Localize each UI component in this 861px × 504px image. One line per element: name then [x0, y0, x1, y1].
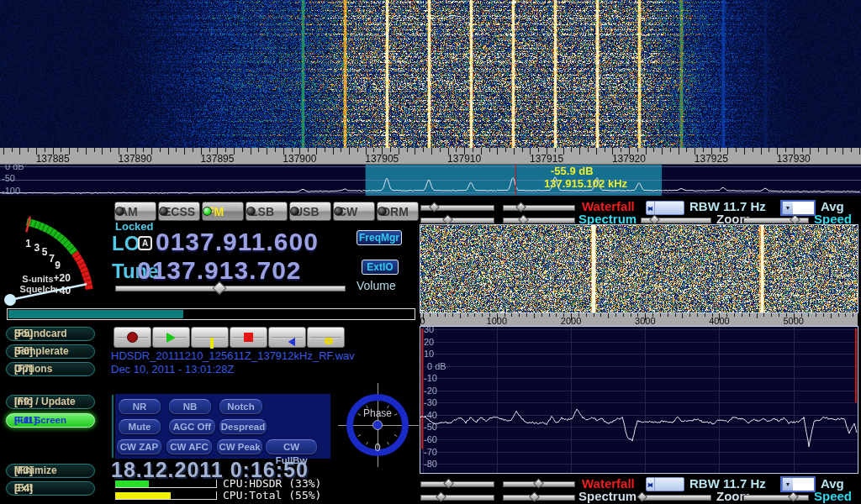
- mode-button-fm[interactable]: FM: [202, 202, 244, 221]
- mode-led-icon: [246, 207, 256, 216]
- main-frequency-ruler[interactable]: [0, 148, 861, 165]
- mode-button-drm[interactable]: DRM: [377, 202, 419, 221]
- cpu-hdsdr-label: CPU:HDSDR (33%): [223, 478, 321, 490]
- tune-frequency-display[interactable]: 0137.913.702: [137, 257, 302, 284]
- cw-peak-button[interactable]: CW Peak: [217, 439, 262, 454]
- rewind-button[interactable]: [268, 327, 306, 348]
- cpu-total-fill: [115, 492, 171, 499]
- lo-label: LO: [112, 232, 140, 255]
- mode-button-usb[interactable]: USB: [289, 202, 331, 221]
- db-label-50: -50: [2, 174, 15, 183]
- mute-button[interactable]: Mute: [119, 419, 161, 434]
- phase-zero-label: 0: [344, 441, 411, 454]
- speed-label-2: Speed: [814, 490, 852, 503]
- main-spectrum-strip[interactable]: 0 dB -50 -100 -55.9 dB 137.915.102 kHz: [0, 165, 861, 196]
- nr-button[interactable]: NR: [119, 399, 161, 414]
- mode-button-lsb[interactable]: LSB: [246, 202, 288, 221]
- spectrum-brightness-slider[interactable]: [503, 216, 575, 223]
- mode-led-icon: [378, 207, 387, 216]
- loop-button[interactable]: [307, 327, 345, 348]
- cursor-frequency-readout: 137.915.102 kHz: [544, 178, 627, 190]
- lo-frequency-display[interactable]: 0137.911.600: [156, 228, 319, 255]
- af-spectrum-display[interactable]: [420, 327, 858, 473]
- mode-led-icon: [159, 207, 168, 216]
- soundcard-button[interactable]: Soundcard[F5]: [6, 327, 95, 341]
- spectrum-label-2: Spectrum: [578, 490, 637, 503]
- stop-icon: [244, 333, 253, 342]
- main-waterfall-display[interactable]: [0, 0, 861, 148]
- af-waterfall-frame: [420, 224, 858, 313]
- cw-fullbw-button[interactable]: CW FullBw: [266, 439, 317, 454]
- zoom-slider-2[interactable]: [641, 493, 711, 501]
- volume-label: Volume: [357, 279, 396, 292]
- mode-led-icon: [334, 207, 343, 216]
- waterfall-brightness-slider[interactable]: [503, 203, 575, 211]
- phase-dial: [338, 376, 419, 470]
- af-spectrum-frame: [420, 326, 858, 474]
- cw-zap-button[interactable]: CW ZAP: [117, 439, 161, 454]
- cpu-hdsdr-bar: [115, 480, 217, 488]
- volume-slider[interactable]: [115, 284, 346, 292]
- extio-button[interactable]: ExtIO: [362, 260, 399, 275]
- main-spectrum-canvas[interactable]: [0, 165, 861, 196]
- play-icon: [166, 333, 176, 343]
- mode-button-cw[interactable]: CW: [333, 202, 375, 221]
- cpu-total-bar: [115, 491, 217, 500]
- cw-afc-button[interactable]: CW AFC: [166, 439, 212, 454]
- spectrum-contrast-slider[interactable]: [420, 216, 494, 223]
- options-button[interactable]: Options[F7]: [6, 362, 95, 376]
- record-icon: [127, 332, 138, 343]
- freqmgr-button[interactable]: FreqMgr: [357, 230, 402, 245]
- recording-filedate: Dec 10, 2011 - 13:01:28Z: [111, 364, 234, 375]
- s-units-label: S-units: [12, 274, 64, 284]
- auto-lo-badge[interactable]: A: [138, 236, 152, 250]
- zoom-slider[interactable]: [641, 216, 711, 223]
- cpu-total-label: CPU:Total (55%): [223, 490, 321, 501]
- recording-filename: HDSDR_20111210_125611Z_137912kHz_RF.wav: [111, 350, 355, 362]
- mode-led-icon: [115, 207, 124, 216]
- locked-label: Locked: [115, 220, 154, 233]
- cpu-hdsdr-fill: [115, 480, 149, 487]
- samplerate-button[interactable]: Samplerate[F6]: [6, 344, 95, 359]
- dropdown-arrow-icon: ▼: [782, 202, 793, 214]
- mode-button-am[interactable]: AM: [114, 202, 156, 221]
- db-label-0: 0 dB: [5, 165, 24, 171]
- fullscreen-button[interactable]: Full Screen[F11]: [6, 413, 95, 428]
- volume-slider-thumb[interactable]: [213, 281, 227, 296]
- waterfall-contrast-slider[interactable]: [420, 203, 494, 211]
- info-update-button[interactable]: Info / Update[F9]: [6, 395, 95, 409]
- spin-right-icon: ►: [647, 202, 654, 215]
- spin-right-icon: ►: [647, 478, 654, 491]
- notch-button[interactable]: Notch: [219, 399, 262, 414]
- dsp-panel-edge: [112, 395, 114, 458]
- minimize-button[interactable]: Minimize[F3]: [6, 464, 95, 478]
- rbw-spinner[interactable]: ◄►: [646, 201, 684, 215]
- mode-button-ecss[interactable]: ECSS: [158, 202, 200, 221]
- squelch-label: Squelch: [8, 284, 67, 294]
- signal-level-readout: -55.9 dB: [551, 165, 594, 177]
- rbw-spinner-2[interactable]: ◄►: [646, 477, 684, 491]
- phase-label: Phase: [344, 407, 411, 419]
- spectrum-brightness-slider-2[interactable]: [503, 493, 575, 501]
- speed-slider-2[interactable]: [743, 493, 809, 501]
- avg-dropdown-2[interactable]: 1▼: [780, 476, 816, 492]
- pause-button[interactable]: [191, 327, 229, 348]
- dropdown-arrow-icon: ▼: [782, 478, 793, 491]
- audio-level-meter: [7, 308, 415, 320]
- play-button[interactable]: [152, 327, 190, 348]
- avg-dropdown[interactable]: 1▼: [780, 200, 816, 216]
- speed-slider[interactable]: [743, 216, 809, 223]
- exit-button[interactable]: Exit[F4]: [6, 481, 95, 496]
- mode-led-icon: [290, 207, 299, 216]
- af-frequency-ruler[interactable]: [420, 313, 858, 326]
- stop-button[interactable]: [230, 327, 267, 348]
- record-button[interactable]: [114, 327, 151, 348]
- nb-button[interactable]: NB: [169, 399, 211, 414]
- af-waterfall-display[interactable]: [420, 225, 858, 312]
- despread-button[interactable]: Despread: [219, 419, 267, 434]
- waterfall-contrast-slider-2[interactable]: [420, 480, 494, 487]
- spectrum-contrast-slider-2[interactable]: [420, 493, 494, 501]
- waterfall-brightness-slider-2[interactable]: [503, 480, 575, 487]
- agc-button[interactable]: AGC Off: [169, 419, 215, 434]
- mode-led-icon: [203, 207, 212, 216]
